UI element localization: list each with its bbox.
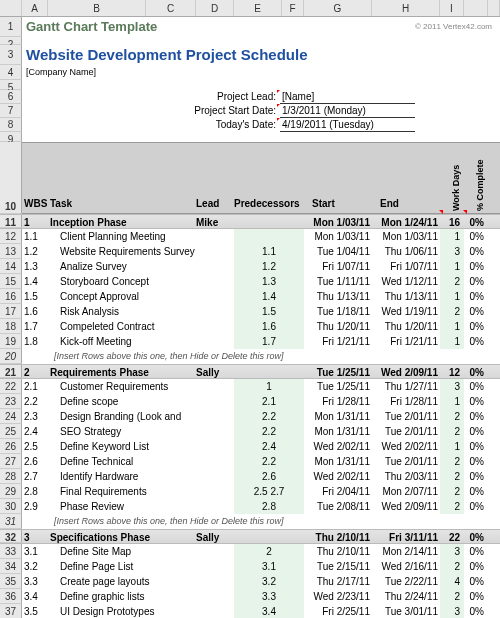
workdays-cell[interactable]: 1 [440, 229, 464, 244]
lead-cell[interactable] [196, 379, 234, 394]
lead-cell[interactable] [196, 589, 234, 604]
wbs-cell[interactable]: 2.5 [22, 439, 48, 454]
percent-cell[interactable]: 0% [464, 559, 488, 574]
end-cell[interactable]: Tue 2/01/11 [372, 409, 440, 424]
lead-cell[interactable] [196, 574, 234, 589]
wbs-cell[interactable]: 1.1 [22, 229, 48, 244]
percent-cell[interactable]: 0% [464, 604, 488, 618]
wbs-cell[interactable]: 2.9 [22, 499, 48, 514]
task-cell[interactable]: Customer Requirements [48, 379, 196, 394]
start-cell[interactable]: Tue 2/15/11 [304, 559, 372, 574]
end-cell[interactable]: Mon 1/24/11 [372, 215, 440, 228]
end-cell[interactable]: Fri 1/21/11 [372, 334, 440, 349]
percent-cell[interactable]: 0% [464, 379, 488, 394]
task-row[interactable]: 302.9Phase Review2.8Tue 2/08/11Wed 2/09/… [0, 499, 500, 514]
percent-cell[interactable]: 0% [464, 215, 488, 228]
workdays-cell[interactable]: 1 [440, 289, 464, 304]
end-cell[interactable]: Tue 2/22/11 [372, 574, 440, 589]
wbs-cell[interactable]: 2.6 [22, 454, 48, 469]
predecessor-cell[interactable] [234, 530, 304, 543]
workdays-cell[interactable]: 3 [440, 604, 464, 618]
task-cell[interactable]: Define Page List [48, 559, 196, 574]
workdays-cell[interactable]: 2 [440, 499, 464, 514]
workdays-cell[interactable]: 3 [440, 244, 464, 259]
lead-cell[interactable] [196, 604, 234, 618]
wbs-cell[interactable]: 1.2 [22, 244, 48, 259]
workdays-cell[interactable]: 2 [440, 274, 464, 289]
task-row[interactable]: 222.1Customer Requirements1Tue 1/25/11Th… [0, 379, 500, 394]
predecessor-cell[interactable]: 2.2 [234, 424, 304, 439]
percent-cell[interactable]: 0% [464, 530, 488, 543]
wbs-cell[interactable]: 3 [22, 530, 48, 543]
predecessor-cell[interactable]: 1.4 [234, 289, 304, 304]
task-cell[interactable]: Risk Analysis [48, 304, 196, 319]
end-cell[interactable]: Fri 1/28/11 [372, 394, 440, 409]
end-cell[interactable]: Thu 1/06/11 [372, 244, 440, 259]
lead-cell[interactable]: Sally [196, 530, 234, 543]
predecessor-cell[interactable] [234, 215, 304, 228]
predecessor-cell[interactable]: 3.4 [234, 604, 304, 618]
task-row[interactable]: 292.8Final Requirements2.5 2.7Fri 2/04/1… [0, 484, 500, 499]
predecessor-cell[interactable]: 3.2 [234, 574, 304, 589]
start-cell[interactable]: Mon 1/03/11 [304, 229, 372, 244]
predecessor-cell[interactable] [234, 365, 304, 378]
lead-cell[interactable] [196, 244, 234, 259]
task-row[interactable]: 252.4SEO Strategy2.2Mon 1/31/11Tue 2/01/… [0, 424, 500, 439]
start-cell[interactable]: Fri 2/04/11 [304, 484, 372, 499]
task-row[interactable]: 282.7Identify Hardware2.6Wed 2/02/11Thu … [0, 469, 500, 484]
task-cell[interactable]: Define scope [48, 394, 196, 409]
task-cell[interactable]: Identify Hardware [48, 469, 196, 484]
workdays-cell[interactable]: 2 [440, 424, 464, 439]
workdays-cell[interactable]: 2 [440, 304, 464, 319]
start-cell[interactable]: Mon 1/03/11 [304, 215, 372, 228]
predecessor-cell[interactable]: 2.8 [234, 499, 304, 514]
lead-cell[interactable] [196, 274, 234, 289]
end-cell[interactable]: Mon 1/03/11 [372, 229, 440, 244]
percent-cell[interactable]: 0% [464, 544, 488, 559]
task-row[interactable]: 191.8Kick-off Meeting1.7Fri 1/21/11Fri 1… [0, 334, 500, 349]
percent-cell[interactable]: 0% [464, 484, 488, 499]
percent-cell[interactable]: 0% [464, 394, 488, 409]
task-cell[interactable]: Client Planning Meeting [48, 229, 196, 244]
task-cell[interactable]: Create page layouts [48, 574, 196, 589]
end-cell[interactable]: Thu 2/24/11 [372, 589, 440, 604]
start-cell[interactable]: Tue 1/04/11 [304, 244, 372, 259]
lead-cell[interactable] [196, 454, 234, 469]
start-cell[interactable]: Thu 2/10/11 [304, 530, 372, 543]
wbs-cell[interactable]: 2.3 [22, 409, 48, 424]
predecessor-cell[interactable]: 3.1 [234, 559, 304, 574]
end-cell[interactable]: Tue 2/01/11 [372, 454, 440, 469]
task-row[interactable]: 373.5UI Design Prototypes3.4Fri 2/25/11T… [0, 604, 500, 618]
wbs-cell[interactable]: 2 [22, 365, 48, 378]
phase-row[interactable]: 111Inception PhaseMikeMon 1/03/11Mon 1/2… [0, 214, 500, 229]
percent-cell[interactable]: 0% [464, 499, 488, 514]
workdays-cell[interactable]: 2 [440, 589, 464, 604]
percent-cell[interactable]: 0% [464, 334, 488, 349]
lead-cell[interactable] [196, 409, 234, 424]
workdays-cell[interactable]: 3 [440, 544, 464, 559]
workdays-cell[interactable]: 22 [440, 530, 464, 543]
end-cell[interactable]: Fri 1/07/11 [372, 259, 440, 274]
wbs-cell[interactable]: 2.4 [22, 424, 48, 439]
task-row[interactable]: 232.2Define scope2.1Fri 1/28/11Fri 1/28/… [0, 394, 500, 409]
percent-cell[interactable]: 0% [464, 259, 488, 274]
task-row[interactable]: 333.1Define Site Map2Thu 2/10/11Mon 2/14… [0, 544, 500, 559]
task-row[interactable]: 242.3Design Branding (Look and2.2Mon 1/3… [0, 409, 500, 424]
predecessor-cell[interactable]: 2.5 2.7 [234, 484, 304, 499]
task-row[interactable]: 141.3Analize Survey1.2Fri 1/07/11Fri 1/0… [0, 259, 500, 274]
start-cell[interactable]: Tue 1/11/11 [304, 274, 372, 289]
lead-cell[interactable] [196, 499, 234, 514]
lead-cell[interactable] [196, 259, 234, 274]
task-cell[interactable]: Final Requirements [48, 484, 196, 499]
end-cell[interactable]: Tue 2/01/11 [372, 424, 440, 439]
end-cell[interactable]: Wed 1/19/11 [372, 304, 440, 319]
end-cell[interactable]: Thu 1/13/11 [372, 289, 440, 304]
phase-row[interactable]: 323Specifications PhaseSallyThu 2/10/11F… [0, 529, 500, 544]
predecessor-cell[interactable]: 1.6 [234, 319, 304, 334]
task-cell[interactable]: Specifications Phase [48, 530, 196, 543]
percent-cell[interactable]: 0% [464, 274, 488, 289]
task-row[interactable]: 262.5Define Keyword List2.4Wed 2/02/11We… [0, 439, 500, 454]
start-cell[interactable]: Tue 1/25/11 [304, 379, 372, 394]
predecessor-cell[interactable]: 3.3 [234, 589, 304, 604]
end-cell[interactable]: Wed 2/16/11 [372, 559, 440, 574]
